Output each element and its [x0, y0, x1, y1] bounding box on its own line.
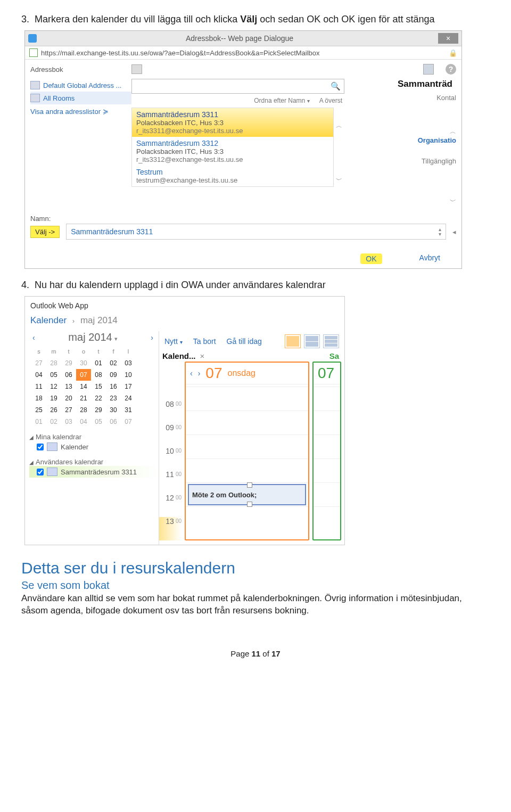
time-slot[interactable]: [314, 387, 340, 411]
room-list-item[interactable]: Sammanträdesrum 3312 Polacksbacken ITC, …: [132, 137, 333, 166]
close-tab-icon[interactable]: ×: [200, 351, 205, 360]
scroll-up-icon[interactable]: ︿: [398, 127, 456, 136]
calendar-day[interactable]: 17: [121, 381, 136, 392]
calendar-day[interactable]: 03: [121, 357, 136, 369]
calendar-day[interactable]: 16: [106, 381, 121, 392]
action-icon[interactable]: [423, 64, 434, 75]
room-list-item[interactable]: Testrum testrum@exchange-test.its.uu.se: [132, 166, 333, 186]
help-icon[interactable]: ?: [446, 64, 456, 75]
sort-order-link[interactable]: A överst: [319, 97, 342, 104]
search-icon[interactable]: 🔍: [331, 81, 341, 91]
today-button[interactable]: Gå till idag: [227, 337, 262, 346]
calendar-day[interactable]: 28: [46, 357, 61, 369]
prev-day-button[interactable]: ‹: [190, 369, 193, 378]
time-slot[interactable]: [186, 506, 308, 530]
calendar-day[interactable]: 23: [106, 392, 121, 404]
show-other-lists-link[interactable]: Visa andra adresslistor ≽: [30, 108, 131, 116]
calendar-day[interactable]: 09: [106, 369, 121, 381]
calendar-day[interactable]: 02: [106, 357, 121, 369]
ok-button[interactable]: OK: [360, 253, 382, 264]
calendar-day[interactable]: 21: [76, 392, 91, 404]
time-slot[interactable]: [314, 434, 340, 458]
next-day-button[interactable]: ›: [198, 369, 201, 378]
calendar-day[interactable]: 01: [31, 416, 46, 428]
scroll-down-icon[interactable]: ﹀: [336, 176, 342, 185]
calendar-day[interactable]: 15: [91, 381, 106, 392]
addressbook-icon[interactable]: [131, 64, 142, 74]
time-slot[interactable]: [314, 411, 340, 434]
time-slot[interactable]: [186, 434, 308, 458]
time-slot[interactable]: [186, 411, 308, 434]
calendar-day[interactable]: 27: [31, 357, 46, 369]
calendar-day[interactable]: 12: [46, 381, 61, 392]
select-button[interactable]: Välj ->: [30, 226, 60, 238]
calendar-day[interactable]: 30: [76, 357, 91, 369]
list-scrollbar[interactable]: ︿ ﹀: [334, 108, 344, 187]
time-slot[interactable]: [314, 458, 340, 482]
calendar-day[interactable]: 30: [106, 404, 121, 416]
calendar-day[interactable]: 01: [91, 357, 106, 369]
calendar-day[interactable]: 13: [61, 381, 76, 392]
breadcrumb-calendar[interactable]: Kalender: [30, 315, 67, 325]
time-slot[interactable]: [314, 506, 340, 530]
calendar-day[interactable]: 29: [91, 404, 106, 416]
calendar-day[interactable]: 31: [121, 404, 136, 416]
calendar-checkbox[interactable]: [37, 469, 44, 475]
calendar-day[interactable]: 03: [61, 416, 76, 428]
calendar-day[interactable]: 05: [46, 369, 61, 381]
calendar-day[interactable]: 10: [121, 369, 136, 381]
group-user-calendars[interactable]: ◢Användares kalendrar: [29, 458, 159, 466]
mini-calendar[interactable]: smtotfl272829300102030405060708091011121…: [29, 346, 159, 428]
sidebar-default-gal[interactable]: Default Global Address ...: [30, 79, 131, 92]
sidebar-all-rooms[interactable]: All Rooms: [30, 92, 131, 104]
calendar-day[interactable]: 29: [61, 357, 76, 369]
time-slot[interactable]: [314, 482, 340, 506]
dialog-close-button[interactable]: ×: [438, 33, 458, 44]
calendar-day[interactable]: 02: [46, 416, 61, 428]
time-slot[interactable]: [186, 387, 308, 411]
calendar-day[interactable]: 20: [61, 392, 76, 404]
search-input[interactable]: 🔍: [131, 79, 344, 94]
next-month-button[interactable]: ›: [151, 333, 153, 342]
calendar-day[interactable]: 06: [61, 369, 76, 381]
calendar-day[interactable]: 11: [31, 381, 46, 392]
details-organization-link[interactable]: Organisatio: [398, 136, 456, 144]
stepper-up-icon[interactable]: ▴▾: [439, 227, 441, 236]
scroll-down-icon[interactable]: ﹀: [398, 197, 456, 206]
calendar-tab[interactable]: Kalend...×: [162, 351, 204, 360]
delete-button[interactable]: Ta bort: [193, 337, 216, 346]
sort-by-link[interactable]: Ordna efter Namn ▾: [254, 97, 309, 104]
calendar-day[interactable]: 07: [121, 416, 136, 428]
calendar-day[interactable]: 04: [76, 416, 91, 428]
scroll-up-icon[interactable]: ︿: [336, 121, 342, 130]
calendar-day[interactable]: 14: [76, 381, 91, 392]
calendar-checkbox[interactable]: [37, 444, 44, 450]
selected-name-field[interactable]: Sammanträdesrum 3311 ▴▾: [66, 224, 446, 240]
mini-cal-month[interactable]: maj 2014: [68, 331, 112, 343]
calendar-day[interactable]: 18: [31, 392, 46, 404]
calendar-day[interactable]: 27: [61, 404, 76, 416]
calendar-item-mine[interactable]: Kalender: [29, 441, 159, 453]
calendar-day[interactable]: 04: [31, 369, 46, 381]
calendar-day[interactable]: 24: [121, 392, 136, 404]
cancel-button[interactable]: Avbryt: [419, 253, 440, 264]
calendar-day[interactable]: 06: [106, 416, 121, 428]
calendar-item-room[interactable]: Sammanträdesrum 3311: [29, 466, 159, 478]
group-my-calendars[interactable]: ◢Mina kalendrar: [29, 433, 159, 441]
calendar-day[interactable]: 22: [91, 392, 106, 404]
calendar-day[interactable]: 08: [91, 369, 106, 381]
room-list-item[interactable]: Sammanträdesrum 3311 Polacksbacken ITC, …: [132, 108, 333, 137]
view-month-button[interactable]: [323, 334, 339, 348]
new-button[interactable]: Nytt ▾: [164, 337, 183, 346]
calendar-day[interactable]: 05: [91, 416, 106, 428]
calendar-day[interactable]: 25: [31, 404, 46, 416]
calendar-day[interactable]: 07: [76, 369, 91, 381]
collapse-icon[interactable]: ◂: [452, 228, 456, 236]
time-slot[interactable]: [186, 458, 308, 482]
calendar-day[interactable]: 26: [46, 404, 61, 416]
calendar-tab-secondary[interactable]: Sa: [329, 351, 339, 360]
prev-month-button[interactable]: ‹: [32, 333, 35, 342]
calendar-event[interactable]: Möte 2 om Outlook;: [188, 484, 306, 505]
chevron-down-icon[interactable]: ▾: [114, 335, 118, 342]
view-week-button[interactable]: [304, 334, 320, 348]
